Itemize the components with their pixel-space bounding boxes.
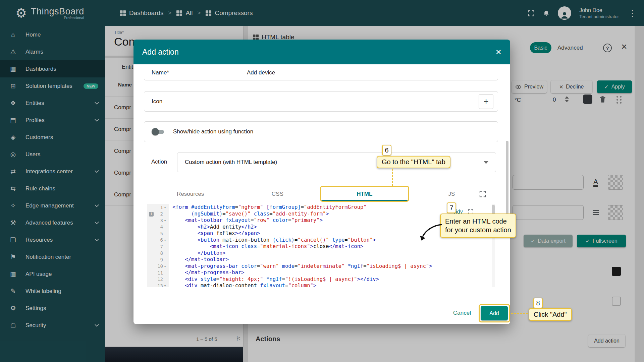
- code-line: </button>: [172, 250, 490, 257]
- gutter-line-number: 1▾: [147, 204, 169, 211]
- close-dialog-icon[interactable]: ×: [495, 47, 501, 57]
- html-tab-highlight: [320, 186, 409, 202]
- add-action-dialog: Add action × Name* Add device Icon + Sho…: [133, 40, 510, 324]
- step-7-badge: 7: [447, 202, 456, 213]
- step-7-text-line2: for your custom action: [445, 226, 511, 234]
- dialog-header: Add action ×: [133, 40, 510, 64]
- step-6-callout: Go to the "HTML" tab: [377, 156, 450, 168]
- gutter-line-number: 5: [147, 230, 169, 237]
- gutter-line-number: 11: [147, 269, 169, 276]
- action-type-value: Custom action (with HTML template): [185, 159, 277, 166]
- step-6-badge: 6: [382, 145, 391, 156]
- step-8-callout: Click "Add": [529, 308, 572, 321]
- show-hide-toggle-label: Show/hide action using function: [173, 128, 253, 135]
- expand-tabs-icon[interactable]: [479, 190, 486, 198]
- gutter-line-number: 6▾: [147, 237, 169, 244]
- gutter-line-number: 7: [147, 243, 169, 250]
- icon-field-label: Icon: [152, 98, 479, 105]
- code-line: <div style="height: 4px;" *ngIf="!(isLoa…: [172, 276, 490, 283]
- step-8-badge: 8: [533, 298, 543, 308]
- gutter-line-number: 3▾: [147, 217, 169, 224]
- screen: Title* Com Entiti Name ComprComprComprCo…: [0, 0, 644, 362]
- step-7-callout: Enter an HTML code for your custom actio…: [440, 214, 516, 238]
- code-line: <div mat-dialog-content fxLayout="column…: [172, 283, 490, 287]
- add-button-highlight: [479, 304, 510, 322]
- code-line: </mat-progress-bar>: [172, 269, 490, 276]
- code-line: </mat-toolbar>: [172, 256, 490, 263]
- icon-field: Icon +: [144, 91, 498, 112]
- name-field-value: Add device: [247, 69, 275, 76]
- editor-gutter: 1▾23▾456▾78910▾111213▾: [147, 204, 169, 287]
- step-8-connector: [511, 313, 528, 314]
- chevron-down-icon: [484, 161, 488, 164]
- gutter-line-number: 13▾: [147, 283, 169, 287]
- gutter-line-number: 10▾: [147, 263, 169, 270]
- gutter-line-number: 4: [147, 224, 169, 231]
- gutter-line-number: 12: [147, 276, 169, 283]
- name-field[interactable]: Name* Add device: [144, 65, 498, 80]
- action-label: Action: [151, 159, 167, 165]
- code-line: <mat-progress-bar color="warn" mode="ind…: [172, 263, 490, 270]
- show-hide-function-row: Show/hide action using function: [144, 121, 498, 142]
- add-icon-button[interactable]: +: [479, 94, 493, 109]
- step-6-connector: [392, 169, 393, 186]
- name-field-label: Name*: [152, 69, 169, 76]
- code-line: <mat-icon class="material-icons">close</…: [172, 243, 490, 250]
- cancel-button[interactable]: Cancel: [453, 310, 471, 316]
- step-8-text: Click "Add": [534, 311, 567, 318]
- dialog-title: Add action: [142, 48, 495, 57]
- step-7-text-line1: Enter an HTML code: [445, 217, 507, 226]
- gutter-line-number: 9: [147, 256, 169, 263]
- tab-resources[interactable]: Resources: [147, 187, 234, 201]
- step-7-arrow: [419, 223, 444, 242]
- code-line: <form #addEntityForm="ngForm" [formGroup…: [172, 204, 490, 211]
- step-6-text: Go to the "HTML" tab: [382, 158, 445, 166]
- tab-css[interactable]: CSS: [234, 187, 321, 201]
- editor-info-annotation: i: [149, 212, 154, 217]
- show-hide-toggle[interactable]: [152, 128, 165, 136]
- gutter-line-number: 8: [147, 250, 169, 257]
